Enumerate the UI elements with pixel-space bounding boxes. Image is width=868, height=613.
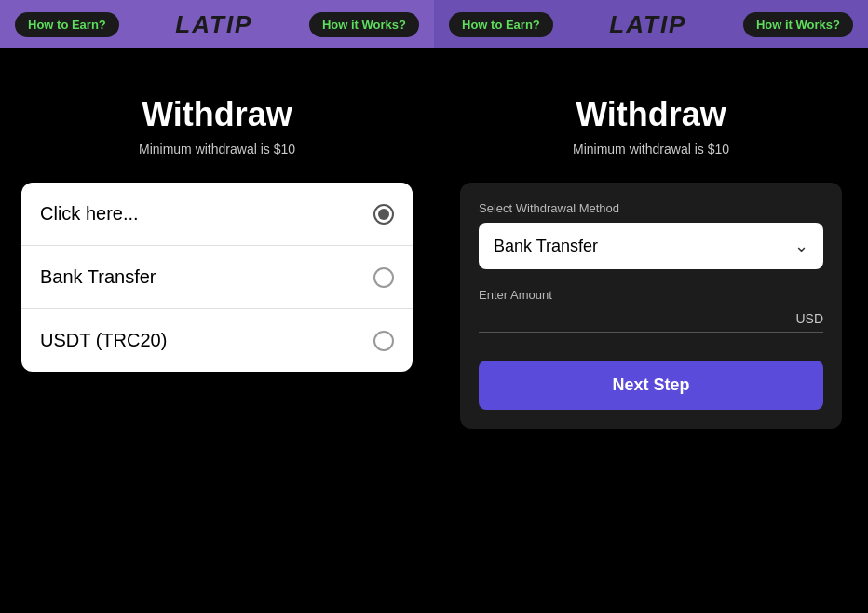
withdraw-card-left: Select Withdrawal Method Click here... ⌄… [31,183,403,245]
dropdown-menu: Click here... Bank Transfer USDT (TRC20) [21,183,413,372]
radio-unselected-icon-2 [373,331,394,351]
select-method-label: Select Withdrawal Method [479,201,823,215]
header-right: How to Earn? LATIP How it Works? [434,0,868,48]
radio-unselected-icon [373,267,394,288]
withdraw-card-right: Select Withdrawal Method Bank Transfer ⌄… [460,183,842,429]
amount-input-wrap: USD [479,309,823,333]
header: How to Earn? LATIP How it Works? How to … [0,0,868,48]
left-panel-title: Withdraw [142,95,292,134]
how-to-earn-btn-left[interactable]: How to Earn? [15,12,119,37]
main-content: Withdraw Minimum withdrawal is $10 Selec… [0,48,868,613]
dropdown-item-label: Bank Transfer [40,266,156,288]
dropdown-item-bank-transfer[interactable]: Bank Transfer [21,246,413,309]
dropdown-item-click-here[interactable]: Click here... [21,183,413,246]
left-panel: Withdraw Minimum withdrawal is $10 Selec… [0,48,434,613]
how-to-earn-btn-right[interactable]: How to Earn? [449,12,553,37]
dropdown-item-label: USDT (TRC20) [40,330,167,351]
method-select-box[interactable]: Bank Transfer ⌄ [479,223,823,269]
amount-input[interactable] [479,309,788,326]
dropdown-item-usdt[interactable]: USDT (TRC20) [21,309,413,372]
selected-method-text: Bank Transfer [494,237,598,256]
logo-right: LATIP [609,10,686,39]
amount-section: Enter Amount USD [479,288,823,333]
chevron-down-icon-right: ⌄ [794,236,808,256]
right-panel-subtitle: Minimum withdrawal is $10 [573,142,729,157]
left-panel-subtitle: Minimum withdrawal is $10 [139,142,295,157]
amount-label: Enter Amount [479,288,823,302]
radio-selected-icon [373,204,394,225]
right-panel: Withdraw Minimum withdrawal is $10 Selec… [434,48,868,613]
next-step-button[interactable]: Next Step [479,361,823,410]
dropdown-item-label: Click here... [40,203,139,225]
currency-label: USD [795,311,823,326]
how-it-works-btn-left[interactable]: How it Works? [309,12,419,37]
how-it-works-btn-right[interactable]: How it Works? [743,12,853,37]
right-panel-title: Withdraw [576,95,726,134]
logo-left: LATIP [175,10,252,39]
header-left: How to Earn? LATIP How it Works? [0,0,434,48]
